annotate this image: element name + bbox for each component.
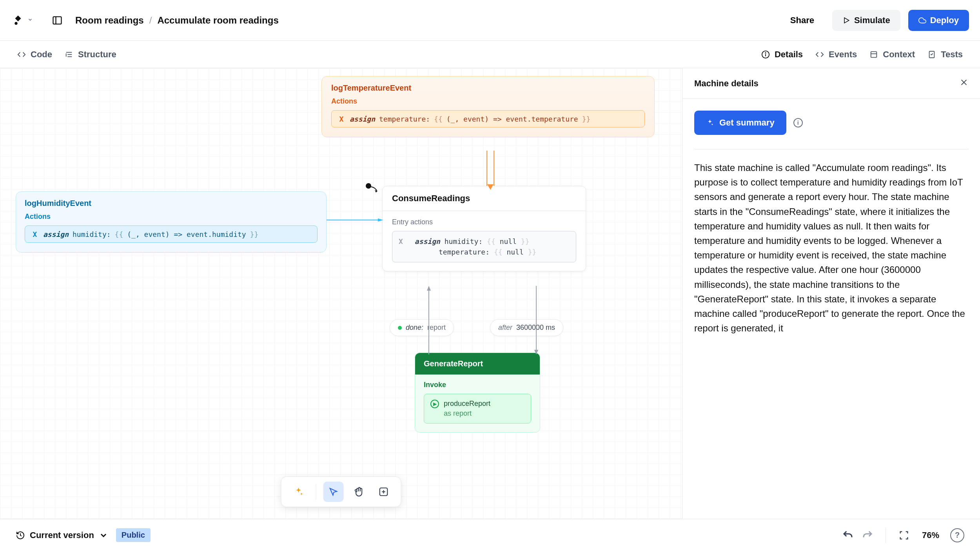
panel-toggle-icon[interactable] xyxy=(52,15,63,26)
event-node-temperature[interactable]: logTemperatureEvent Actions X assign tem… xyxy=(321,76,655,137)
sparkle-icon xyxy=(294,487,304,497)
actions-label: Actions xyxy=(331,97,645,105)
help-button[interactable]: ? xyxy=(950,528,964,542)
deploy-button[interactable]: Deploy xyxy=(908,10,969,31)
assign-action-humidity[interactable]: X assign humidity: {{ (_, event) => even… xyxy=(25,225,318,243)
divider xyxy=(694,149,968,149)
events-icon xyxy=(815,50,824,59)
invoke-action[interactable]: ▶ produceReport as report xyxy=(424,394,531,424)
svg-point-9 xyxy=(765,53,766,53)
canvas[interactable]: logTemperatureEvent Actions X assign tem… xyxy=(0,68,682,519)
summary-text: This state machine is called "Accumulate… xyxy=(694,160,968,335)
assign-expr: (_, event) => event.temperature xyxy=(446,115,578,123)
svg-rect-0 xyxy=(53,16,62,24)
details-sidebar: Machine details Get summary i This state… xyxy=(682,68,980,519)
tab-structure-label: Structure xyxy=(78,49,116,60)
svg-marker-21 xyxy=(427,286,431,291)
svg-point-13 xyxy=(366,183,371,189)
app-logo[interactable] xyxy=(11,13,25,27)
event-node-humidity[interactable]: logHumidityEvent Actions X assign humidi… xyxy=(16,191,327,253)
toolbar-separator xyxy=(316,484,316,500)
canvas-toolbar xyxy=(281,476,401,507)
sidebar-body: Get summary i This state machine is call… xyxy=(682,99,980,347)
state-body: Invoke ▶ produceReport as report xyxy=(415,375,540,432)
sidebar-header: Machine details xyxy=(682,68,980,99)
state-title: ConsumeReadings xyxy=(383,186,586,211)
summary-info-icon[interactable]: i xyxy=(793,118,803,127)
state-consume-readings[interactable]: ConsumeReadings Entry actions X assign h… xyxy=(382,186,586,271)
tab-structure[interactable]: Structure xyxy=(58,41,123,68)
done-dot-icon xyxy=(398,326,402,330)
state-generate-report[interactable]: GenerateReport Invoke ▶ produceReport as… xyxy=(415,353,540,433)
simulate-button[interactable]: Simulate xyxy=(832,10,900,31)
transition-done[interactable]: done: report xyxy=(390,319,454,336)
tool-pointer[interactable] xyxy=(323,482,344,502)
get-summary-button[interactable]: Get summary xyxy=(694,111,786,135)
tab-code-label: Code xyxy=(31,49,52,60)
entry-actions-label: Entry actions xyxy=(392,218,576,226)
code-icon xyxy=(17,50,26,59)
brace-open: {{ xyxy=(487,237,495,245)
brace-close: }} xyxy=(521,237,530,245)
pointer-icon xyxy=(328,487,339,497)
assign-keyword: assign xyxy=(415,237,440,245)
assign-action-temperature[interactable]: X assign temperature: {{ (_, event) => e… xyxy=(331,110,645,127)
tool-ai-sparkle[interactable] xyxy=(289,482,309,502)
summary-row: Get summary i xyxy=(694,111,968,135)
fit-screen-button[interactable] xyxy=(897,528,911,542)
footer-separator xyxy=(886,527,886,543)
svg-rect-10 xyxy=(871,51,877,57)
brace-open: {{ xyxy=(115,230,123,238)
right-tabs: Details Events Context Tests xyxy=(755,49,969,60)
tab-code[interactable]: Code xyxy=(11,41,58,68)
undo-button[interactable] xyxy=(841,528,855,542)
tab-tests[interactable]: Tests xyxy=(921,49,969,60)
invoke-name: produceReport xyxy=(444,399,490,409)
tab-events-label: Events xyxy=(829,49,857,60)
history-icon xyxy=(16,531,25,540)
assign-val: null xyxy=(500,237,517,245)
assign-expr: (_, event) => event.humidity xyxy=(127,230,246,238)
assign-key: temperature: xyxy=(439,248,490,256)
zoom-level[interactable]: 76% xyxy=(922,530,939,540)
app-menu-chevron-icon[interactable] xyxy=(27,17,33,24)
deploy-label: Deploy xyxy=(930,15,959,25)
after-label: after xyxy=(498,324,512,332)
breadcrumb-current[interactable]: Accumulate room readings xyxy=(157,15,278,26)
tab-context[interactable]: Context xyxy=(863,49,921,60)
breadcrumb-root[interactable]: Room readings xyxy=(75,15,144,26)
done-label: done: xyxy=(406,324,423,332)
transition-after[interactable]: after 3600000 ms xyxy=(490,319,563,336)
redo-icon xyxy=(862,529,873,541)
redo-button[interactable] xyxy=(860,528,875,542)
visibility-badge[interactable]: Public xyxy=(116,528,151,542)
undo-redo-group xyxy=(841,528,875,542)
expand-icon xyxy=(898,530,909,541)
sparkle-icon xyxy=(706,119,714,127)
footer-left: Current version Public xyxy=(16,528,151,542)
tab-tests-label: Tests xyxy=(941,49,963,60)
tab-details[interactable]: Details xyxy=(755,49,809,60)
version-selector[interactable]: Current version xyxy=(16,530,108,540)
assign-x-icon: X xyxy=(399,236,407,245)
entry-assign-action[interactable]: X assign humidity: {{ null }} temperatur… xyxy=(392,231,576,262)
tool-add[interactable] xyxy=(374,482,394,502)
close-sidebar-button[interactable] xyxy=(960,78,968,89)
share-button[interactable]: Share xyxy=(780,10,824,31)
tab-events[interactable]: Events xyxy=(809,49,863,60)
initial-state-marker xyxy=(365,183,380,195)
state-title: GenerateReport xyxy=(415,353,540,375)
version-label: Current version xyxy=(30,530,94,540)
tool-hand[interactable] xyxy=(348,482,369,502)
chevron-down-icon xyxy=(99,531,108,540)
share-label: Share xyxy=(790,15,814,25)
brace-open: {{ xyxy=(434,115,443,123)
brace-close: }} xyxy=(528,248,537,256)
invoke-sub: as report xyxy=(444,409,490,418)
svg-marker-2 xyxy=(844,18,849,23)
assign-keyword: assign xyxy=(43,230,69,238)
structure-icon xyxy=(65,50,73,59)
invoke-play-icon: ▶ xyxy=(430,400,439,408)
sidebar-title: Machine details xyxy=(694,78,759,89)
after-value: 3600000 ms xyxy=(516,324,555,332)
